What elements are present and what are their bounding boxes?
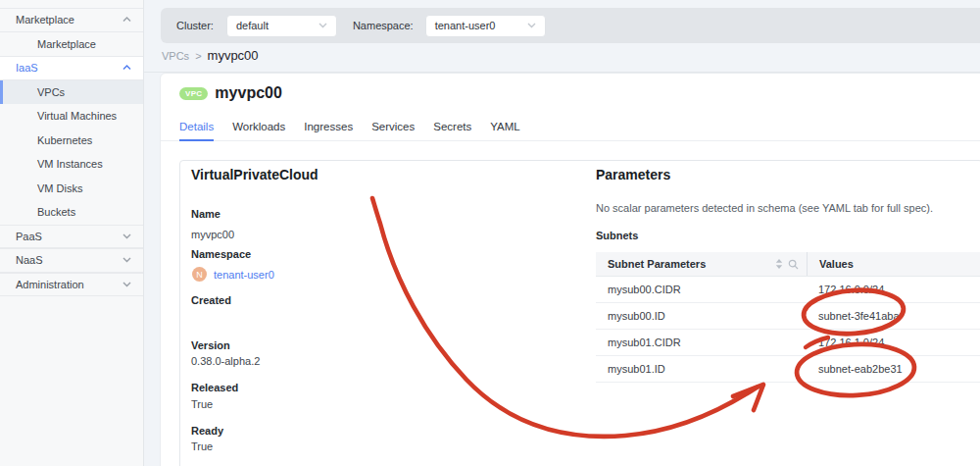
sidebar-group-label: PaaS: [16, 231, 42, 242]
field-value-version: 0.38.0-alpha.2: [191, 355, 260, 367]
breadcrumb-current: myvpc00: [208, 48, 259, 63]
field-value-name: myvpc00: [191, 229, 234, 240]
chevron-up-icon: [122, 17, 131, 23]
field-label-version: Version: [191, 339, 230, 351]
subnet-value-cell: 172.16.0.0/24: [807, 284, 980, 295]
sidebar-item-label: Virtual Machines: [37, 110, 117, 122]
subnet-value-cell: 172.16.1.0/24: [807, 337, 980, 348]
sidebar-item-label: Kubernetes: [37, 134, 92, 146]
field-value-released: True: [191, 398, 213, 410]
resource-header: VPC myvpc00: [179, 84, 282, 102]
namespace-select[interactable]: tenant-user0: [425, 15, 546, 37]
namespace-label: Namespace:: [353, 20, 414, 31]
sidebar-group-naas[interactable]: NaaS: [0, 248, 143, 273]
sidebar-item-marketplace[interactable]: Marketplace: [0, 32, 143, 57]
table-row: mysub00.ID subnet-3fe41aba: [596, 303, 980, 330]
field-label-name: Name: [191, 208, 220, 220]
section-heading-virtualprivatecloud: VirtualPrivateCloud: [191, 167, 318, 182]
section-heading-parameters: Parameters: [596, 167, 670, 182]
chevron-down-icon: [122, 233, 131, 239]
sidebar-group-marketplace[interactable]: Marketplace: [0, 8, 143, 32]
subnets-table: Subnet Parameters Values: [596, 252, 980, 383]
tab-details[interactable]: Details: [179, 118, 214, 140]
subnet-param-cell: mysub01.CIDR: [596, 337, 807, 348]
tab-ingresses[interactable]: Ingresses: [304, 118, 353, 140]
namespace-value: N tenant-user0: [192, 267, 274, 282]
table-row: mysub01.ID subnet-eab2be31: [596, 356, 980, 383]
search-icon[interactable]: [788, 259, 799, 270]
app-window: Marketplace Marketplace IaaS VPCs Virtua…: [0, 0, 980, 466]
subnet-value-cell: subnet-eab2be31: [807, 363, 980, 375]
chevron-down-icon: [318, 23, 327, 28]
subnets-label: Subnets: [596, 230, 638, 241]
sidebar-item-buckets[interactable]: Buckets: [0, 200, 143, 225]
field-label-created: Created: [191, 294, 231, 306]
tab-bar: Details Workloads Ingresses Services Sec…: [161, 118, 980, 141]
subnet-param-cell: mysub01.ID: [596, 363, 807, 375]
field-value-ready: True: [191, 440, 213, 452]
namespace-select-value: tenant-user0: [435, 20, 496, 31]
sidebar-item-label: Marketplace: [37, 38, 96, 50]
sidebar: Marketplace Marketplace IaaS VPCs Virtua…: [0, 0, 144, 466]
sidebar-group-administration[interactable]: Administration: [0, 273, 143, 297]
namespace-avatar: N: [192, 267, 207, 282]
sidebar-group-label: NaaS: [16, 254, 43, 266]
sidebar-group-iaas[interactable]: IaaS: [0, 56, 143, 80]
cluster-label: Cluster:: [176, 20, 214, 31]
sidebar-item-kubernetes[interactable]: Kubernetes: [0, 129, 143, 153]
chevron-down-icon: [122, 282, 131, 287]
subnet-param-cell: mysub00.CIDR: [596, 284, 807, 295]
tab-workloads[interactable]: Workloads: [232, 118, 285, 140]
sidebar-group-paas[interactable]: PaaS: [0, 225, 143, 249]
cluster-select-value: default: [236, 20, 269, 31]
field-label-namespace: Namespace: [191, 248, 251, 260]
subnet-value-cell: subnet-3fe41aba: [807, 310, 980, 322]
column-header-values: Values: [807, 252, 980, 276]
subnet-param-cell: mysub00.ID: [596, 310, 807, 322]
sidebar-item-vpcs[interactable]: VPCs: [0, 80, 143, 105]
chevron-down-icon: [122, 257, 131, 263]
page-title: myvpc00: [215, 84, 282, 102]
sidebar-item-label: Buckets: [37, 206, 75, 218]
tab-yaml[interactable]: YAML: [490, 118, 519, 140]
context-toolbar: Cluster: default Namespace: tenant-user0: [161, 8, 980, 43]
sidebar-item-label: VPCs: [37, 86, 65, 98]
sidebar-item-label: VM Instances: [37, 158, 103, 170]
column-header-subnet-parameters: Subnet Parameters: [596, 252, 807, 276]
parameters-note: No scalar parameters detected in schema …: [596, 202, 933, 214]
tab-secrets[interactable]: Secrets: [433, 118, 471, 140]
field-label-released: Released: [191, 382, 238, 393]
sidebar-item-label: VM Disks: [37, 182, 82, 194]
table-row: mysub00.CIDR 172.16.0.0/24: [596, 277, 980, 303]
namespace-link[interactable]: tenant-user0: [214, 269, 274, 281]
subnets-table-header: Subnet Parameters Values: [596, 252, 980, 277]
cluster-select[interactable]: default: [226, 15, 337, 37]
tab-services[interactable]: Services: [371, 118, 415, 140]
sort-icon[interactable]: [775, 258, 783, 270]
field-label-ready: Ready: [191, 425, 223, 437]
breadcrumb-separator: >: [195, 50, 201, 62]
table-row: mysub01.CIDR 172.16.1.0/24: [596, 330, 980, 356]
sidebar-group-label: Marketplace: [16, 14, 74, 26]
sidebar-item-vm-disks[interactable]: VM Disks: [0, 177, 143, 201]
breadcrumb-vpcs-link[interactable]: VPCs: [162, 50, 189, 62]
chevron-up-icon: [122, 65, 131, 71]
sidebar-group-label: Administration: [16, 279, 84, 290]
breadcrumb: VPCs > myvpc00: [162, 48, 259, 63]
sidebar-group-label: IaaS: [16, 62, 38, 74]
sidebar-item-virtual-machines[interactable]: Virtual Machines: [0, 104, 143, 129]
sidebar-item-vm-instances[interactable]: VM Instances: [0, 152, 143, 177]
vpc-kind-badge: VPC: [179, 87, 208, 100]
chevron-down-icon: [527, 23, 536, 28]
